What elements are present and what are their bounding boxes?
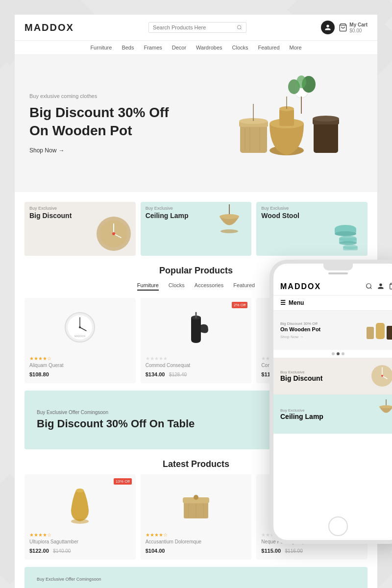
nav-frames[interactable]: Frames <box>144 45 162 50</box>
nav-more[interactable]: More <box>290 45 302 50</box>
product2-badge: 2% Off <box>232 302 247 308</box>
feature1-tag: Buy Exclusive <box>24 202 136 212</box>
phone-frame: MADDOX 0 <box>270 260 392 544</box>
promo-tag: Buy Exclusive Offer Comingsoon <box>37 410 195 415</box>
phone-hero-text: Big Discount 30% Off On Wooden Pot Shop … <box>280 321 320 339</box>
phone-speaker <box>328 272 348 274</box>
product1-name: Aliquam Querat <box>29 363 131 368</box>
hero-title: Big Discount 30% OffOn Wooden Pot <box>29 104 196 140</box>
phone-menu[interactable]: ☰ Menu <box>273 295 392 311</box>
nav-wardrobes[interactable]: Wardrobes <box>196 45 222 50</box>
hero-image <box>196 74 363 172</box>
tab-furniture[interactable]: Furniture <box>137 281 159 291</box>
hero-text: Buy exlusive coming clothes Big Discount… <box>29 93 196 154</box>
product1-image: MADDOX <box>29 303 131 352</box>
phone-hero-title: On Wooden Pot <box>280 326 320 333</box>
latest-card-1[interactable]: 13% Off ★★★★☆ Ultupiora Saguttamber $122… <box>24 474 136 560</box>
product-card-2[interactable]: 2% Off ★★★★★ Commod Consequat $134.00 $1… <box>141 298 252 383</box>
phone-feature-1[interactable]: Buy Exclusive Big Discount <box>273 358 392 394</box>
feature-card-3[interactable]: Buy Exclusive Wood Stool <box>256 202 368 256</box>
wooden-pots-illustration <box>211 74 348 172</box>
svg-rect-15 <box>240 123 267 153</box>
phone-feature-2[interactable]: Buy Exclusive Ceiling Lamp <box>273 394 392 434</box>
promo-text: Buy Exclusive Offer Comingsoon Big Disco… <box>37 410 195 430</box>
svg-rect-45 <box>343 246 358 250</box>
phone-feature2-image <box>376 399 392 429</box>
product2-pricing: $134.00 $128.40 <box>146 369 247 378</box>
header: MADDOX My Cart <box>15 15 377 41</box>
phone-search-icon[interactable] <box>366 283 372 290</box>
latest1-stars: ★★★★☆ <box>29 532 131 538</box>
logo: MADDOX <box>24 22 74 33</box>
bottom-promo-tag: Buy Exclusive Offer Comingsoon <box>37 577 101 582</box>
product-card-1[interactable]: MADDOX ★★★★☆ Aliquam Querat $108.80 <box>24 298 136 383</box>
tab-clocks[interactable]: Clocks <box>169 281 185 291</box>
hero-banner: Buy exlusive coming clothes Big Discount… <box>15 55 377 192</box>
phone-hero-subtitle: Shop Now → <box>280 335 320 339</box>
phone-hero-image <box>364 317 392 344</box>
svg-point-43 <box>339 241 357 245</box>
user-icon[interactable] <box>321 21 335 34</box>
phone-logo: MADDOX <box>280 282 321 291</box>
nav-decor[interactable]: Decor <box>172 45 186 50</box>
cart-amount: $0.00 <box>349 28 362 33</box>
nav-beds[interactable]: Beds <box>122 45 134 50</box>
nav-furniture[interactable]: Furniture <box>90 45 112 50</box>
cart-icon <box>339 23 347 32</box>
phone-feature1-title: Big Discount <box>280 374 322 382</box>
svg-point-8 <box>237 25 241 29</box>
phone-feature1-text: Buy Exclusive Big Discount <box>280 370 322 382</box>
phone-cart-icon[interactable]: 0 <box>389 283 392 291</box>
feature3-image <box>321 214 365 253</box>
latest-card-2[interactable]: ★★★★☆ Accusantium Doloremque $104.00 <box>141 474 252 560</box>
phone-hero: Big Discount 30% Off On Wooden Pot Shop … <box>273 311 392 350</box>
shop-now-button[interactable]: Shop Now → <box>29 147 196 154</box>
dot-3 <box>342 352 344 355</box>
tab-featured[interactable]: Featured <box>233 281 255 291</box>
phone-content: MADDOX 0 <box>273 264 392 540</box>
latest1-image <box>29 479 131 528</box>
product2-stars: ★★★★★ <box>146 356 247 361</box>
cart-area[interactable]: My Cart $0.00 <box>339 22 368 33</box>
header-icons: My Cart $0.00 <box>321 21 368 34</box>
search-icon[interactable] <box>237 24 242 30</box>
svg-point-64 <box>71 519 89 524</box>
svg-point-13 <box>296 75 306 88</box>
tab-accessories[interactable]: Accessories <box>195 281 223 291</box>
latest2-pricing: $104.00 <box>146 546 247 555</box>
product1-pricing: $108.80 <box>29 369 131 378</box>
product1-stars: ★★★★☆ <box>29 356 131 361</box>
latest3-pricing: $115.00 $116.00 <box>261 546 363 555</box>
nav-clocks[interactable]: Clocks <box>232 45 248 50</box>
svg-rect-81 <box>367 327 374 339</box>
phone-feature1-image <box>369 363 392 390</box>
feature-card-1[interactable]: Buy Exclusive Big Discount <box>24 202 136 256</box>
phone-user-icon[interactable] <box>377 283 384 290</box>
cart-label: My Cart <box>349 22 368 27</box>
svg-point-36 <box>220 214 239 219</box>
svg-point-40 <box>335 231 356 236</box>
svg-rect-23 <box>279 109 294 126</box>
bottom-promo: Buy Exclusive Offer Comingsoon <box>24 567 368 588</box>
phone-feature2-tag: Buy Exclusive <box>280 408 323 413</box>
nav-featured[interactable]: Featured <box>258 45 280 50</box>
svg-rect-83 <box>387 326 392 340</box>
phone-feature2-text: Buy Exclusive Ceiling Lamp <box>280 408 323 420</box>
phone-notch <box>323 264 353 270</box>
svg-text:MADDOX: MADDOX <box>74 335 86 338</box>
svg-point-50 <box>79 326 81 328</box>
promo-title: Big Discount 30% Off On Table <box>37 417 195 430</box>
main-nav: Furniture Beds Frames Decor Wardrobes Cl… <box>15 41 377 55</box>
phone-home-button[interactable] <box>328 516 348 536</box>
search-bar[interactable] <box>148 22 246 33</box>
feature-card-2[interactable]: Buy Exclusive Ceiling Lamp <box>141 202 252 256</box>
feature1-image <box>94 214 133 253</box>
latest2-image <box>146 479 247 528</box>
svg-rect-82 <box>376 323 385 339</box>
latest2-name: Accusantium Doloremque <box>146 539 247 544</box>
product2-image <box>146 303 247 352</box>
search-input[interactable] <box>153 24 237 30</box>
latest2-stars: ★★★★☆ <box>146 532 247 538</box>
phone-hero-tag: Big Discount 30% Off <box>280 321 320 326</box>
svg-point-27 <box>313 116 339 122</box>
